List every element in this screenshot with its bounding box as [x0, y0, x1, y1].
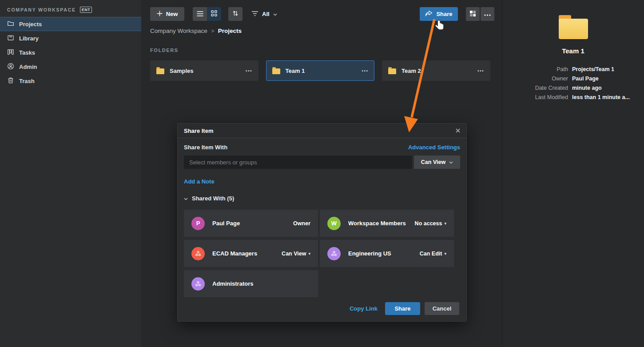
library-icon: [7, 34, 14, 43]
share-button-label: Share: [436, 11, 452, 17]
chevron-down-icon: [184, 194, 188, 202]
details-panel: Team 1 Path Projects/Team 1 Owner Paul P…: [502, 0, 644, 347]
workspace-label: COMPANY WORKSPACE: [7, 7, 76, 12]
new-button-label: New: [166, 11, 178, 17]
detail-value: Paul Page: [572, 76, 641, 82]
view-toggle: [193, 7, 221, 21]
detail-value: less than 1 minute a...: [572, 94, 641, 100]
details-list: Path Projects/Team 1 Owner Paul Page Dat…: [502, 66, 644, 100]
breadcrumb-separator: >: [211, 28, 215, 34]
folders-section-label: FOLDERS: [150, 48, 179, 53]
new-button[interactable]: New: [150, 7, 184, 21]
entry-access-dropdown[interactable]: Can View▾: [282, 251, 310, 257]
workspace-header: COMPANY WORKSPACE ENT: [0, 0, 141, 17]
share-with-label: Share Item With: [184, 144, 227, 151]
sidebar-item-tasks[interactable]: Tasks: [0, 45, 141, 60]
close-button[interactable]: [456, 127, 460, 135]
permission-dropdown-label: Can View: [421, 159, 445, 165]
folder-name: Team 1: [286, 68, 357, 74]
group-avatar: [327, 247, 341, 260]
grid-view-button[interactable]: [207, 7, 221, 21]
shared-entry-ecad-managers: ECAD Managers Can View▾: [184, 240, 318, 267]
group-avatar: [191, 277, 205, 291]
share-button[interactable]: Share: [420, 7, 458, 21]
panels-button[interactable]: [466, 7, 480, 21]
ent-badge: ENT: [80, 7, 92, 13]
folder-card-team-2[interactable]: Team 2 •••: [382, 60, 490, 81]
permission-dropdown[interactable]: Can View: [414, 156, 460, 169]
folder-card-samples[interactable]: Samples •••: [150, 60, 258, 81]
list-icon: [197, 10, 203, 18]
entry-access-dropdown[interactable]: No access▾: [415, 220, 446, 227]
more-button[interactable]: [481, 7, 494, 21]
advanced-settings-link[interactable]: Advanced Settings: [408, 144, 460, 151]
cancel-button[interactable]: Cancel: [425, 302, 459, 315]
panels-icon: [469, 10, 476, 18]
folder-icon: [272, 68, 280, 74]
folder-name: Team 2: [402, 68, 472, 74]
sidebar-item-trash[interactable]: Trash: [0, 74, 141, 88]
folder-menu-button[interactable]: •••: [246, 68, 252, 73]
shared-entry-workspace-members: W Workspace Members No access▾: [320, 210, 454, 237]
detail-value: minute ago: [572, 85, 641, 91]
user-icon: [7, 63, 14, 71]
sort-button[interactable]: [228, 7, 242, 21]
folder-menu-button[interactable]: •••: [477, 68, 484, 73]
shared-with-label: Shared With (5): [192, 195, 234, 202]
member-search-input[interactable]: [184, 156, 412, 169]
caret-down-icon: ▾: [444, 221, 446, 226]
sort-icon: [232, 10, 239, 18]
caret-down-icon: ▾: [308, 251, 310, 256]
sidebar-item-label: Admin: [19, 64, 37, 70]
share-icon: [425, 11, 433, 18]
filter-dropdown[interactable]: All: [251, 11, 277, 18]
shared-entry-engineering-us: Engineering US Can Edit▾: [320, 240, 454, 267]
chevron-down-icon: [449, 159, 453, 165]
dialog-header: Share Item: [178, 124, 466, 138]
breadcrumb-current: Projects: [218, 28, 242, 34]
folder-menu-button[interactable]: •••: [362, 68, 368, 73]
chevron-down-icon: [273, 11, 277, 17]
detail-label: Path: [502, 66, 568, 72]
folder-name: Samples: [170, 68, 240, 74]
toolbar: New All Share: [150, 7, 494, 21]
avatar: P: [191, 217, 205, 230]
sidebar-item-label: Library: [19, 35, 39, 42]
detail-label: Last Modified: [502, 94, 568, 100]
ellipsis-icon: [484, 11, 491, 17]
breadcrumb: Company Workspace > Projects: [150, 28, 242, 34]
folder-cards: Samples ••• Team 1 ••• Team 2 •••: [150, 60, 490, 81]
group-avatar: [191, 247, 205, 260]
grid-icon: [211, 10, 217, 18]
entry-name: Engineering US: [348, 250, 412, 257]
dialog-body: Share Item With Advanced Settings Can Vi…: [178, 144, 466, 297]
share-submit-button[interactable]: Share: [385, 302, 420, 315]
filter-icon: [251, 11, 258, 18]
close-icon: [456, 127, 460, 135]
breadcrumb-parent[interactable]: Company Workspace: [150, 28, 207, 34]
sidebar-item-admin[interactable]: Admin: [0, 60, 141, 74]
entry-name: Administrators: [212, 280, 310, 287]
copy-link-button[interactable]: Copy Link: [350, 305, 378, 312]
entry-name: Paul Page: [212, 220, 286, 227]
dialog-footer: Copy Link Share Cancel: [350, 302, 459, 315]
sidebar-item-label: Trash: [19, 78, 35, 84]
shared-entry-paul-page: P Paul Page Owner: [184, 210, 318, 237]
kanban-icon: [7, 48, 14, 57]
add-note-link[interactable]: Add a Note: [184, 178, 215, 185]
entry-access-label: Owner: [293, 220, 310, 227]
detail-value: Projects/Team 1: [572, 66, 641, 72]
trash-icon: [7, 77, 14, 85]
sidebar-item-library[interactable]: Library: [0, 31, 141, 45]
list-view-button[interactable]: [193, 7, 207, 21]
shared-entries: P Paul Page Owner W Workspace Members No…: [184, 210, 454, 297]
sidebar-item-projects[interactable]: Projects: [0, 17, 141, 31]
entry-access-dropdown[interactable]: Can Edit▾: [420, 251, 446, 257]
dialog-title: Share Item: [184, 128, 213, 134]
avatar: W: [327, 217, 341, 230]
shared-entry-administrators: Administrators: [184, 270, 318, 297]
folder-card-team-1[interactable]: Team 1 •••: [266, 60, 374, 81]
shared-with-toggle[interactable]: Shared With (5): [184, 194, 460, 202]
details-title: Team 1: [502, 47, 644, 55]
entry-name: ECAD Managers: [212, 250, 274, 257]
